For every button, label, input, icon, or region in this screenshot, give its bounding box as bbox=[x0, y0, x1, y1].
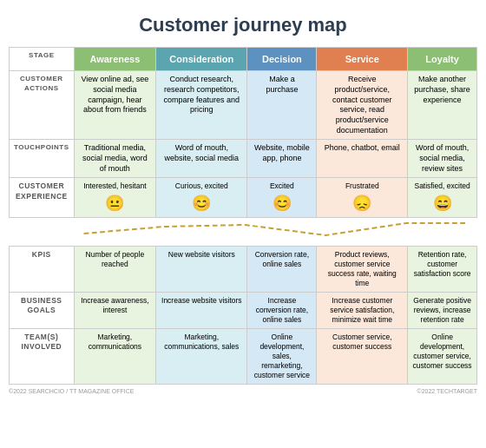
goal-loyalty: Generate positive reviews, increase rete… bbox=[408, 292, 477, 328]
goals-row: BUSINESS GOALS Increase awareness, inter… bbox=[10, 292, 477, 328]
kpi-service: Product reviews, customer service succes… bbox=[317, 246, 408, 292]
journey-line-row bbox=[10, 217, 477, 246]
kpi-loyalty: Retention rate, customer satisfaction sc… bbox=[408, 246, 477, 292]
footer-left: ©2022 SEARCHCIO / TT MAGAZINE OFFICE bbox=[9, 388, 135, 394]
goals-label: BUSINESS GOALS bbox=[10, 292, 75, 328]
teams-row: TEAM(S) INVOLVED Marketing, communicatio… bbox=[10, 328, 477, 384]
experience-row: CUSTOMER EXPERIENCE Interested, hesitant… bbox=[10, 178, 477, 217]
customer-actions-label: CUSTOMER ACTIONS bbox=[10, 71, 75, 140]
actions-service: Receive product/service, contact custome… bbox=[317, 71, 408, 140]
team-loyalty: Online development, customer service, cu… bbox=[408, 328, 477, 384]
exp-decision-content: Excited 😊 bbox=[252, 181, 312, 213]
actions-awareness: View online ad, see social media campaig… bbox=[74, 71, 156, 140]
kpi-decision: Conversion rate, online sales bbox=[247, 246, 317, 292]
journey-line-empty bbox=[10, 217, 75, 246]
page-container: Customer journey map STAGE Awareness Con… bbox=[9, 14, 477, 394]
kpi-awareness: Number of people reached bbox=[74, 246, 156, 292]
smile-very-happy-icon: 😄 bbox=[433, 194, 452, 214]
exp-consideration-content: Curious, excited 😊 bbox=[161, 181, 242, 213]
exp-service-text: Frustrated bbox=[345, 181, 379, 191]
team-awareness: Marketing, communications bbox=[74, 328, 156, 384]
exp-loyalty-content: Satisfied, excited 😄 bbox=[412, 181, 472, 213]
kpis-row: KPIS Number of people reached New websit… bbox=[10, 246, 477, 292]
goal-decision: Increase conversion rate, online sales bbox=[247, 292, 317, 328]
exp-awareness-content: Interested, hesitant 😐 bbox=[79, 181, 152, 213]
exp-decision-text: Excited bbox=[270, 181, 294, 191]
actions-consideration: Conduct research, research competitors, … bbox=[156, 71, 247, 140]
touchpoints-row: TOUCHPOINTS Traditional media, social me… bbox=[10, 140, 477, 178]
touch-service: Phone, chatbot, email bbox=[317, 140, 408, 178]
smile-decision-icon: 😊 bbox=[273, 194, 292, 214]
exp-consideration-text: Curious, excited bbox=[175, 181, 228, 191]
exp-awareness: Interested, hesitant 😐 bbox=[74, 178, 156, 217]
actions-loyalty: Make another purchase, share experience bbox=[408, 71, 477, 140]
goal-consideration: Increase website visitors bbox=[156, 292, 247, 328]
exp-awareness-text: Interested, hesitant bbox=[83, 181, 146, 191]
actions-decision: Make a purchase bbox=[247, 71, 317, 140]
touch-loyalty: Word of mouth, social media, review site… bbox=[408, 140, 477, 178]
smile-happy-icon: 😊 bbox=[192, 194, 211, 214]
exp-loyalty-text: Satisfied, excited bbox=[414, 181, 470, 191]
customer-actions-row: CUSTOMER ACTIONS View online ad, see soc… bbox=[10, 71, 477, 140]
journey-path-svg bbox=[74, 218, 476, 242]
smile-sad-icon: 😞 bbox=[352, 194, 371, 214]
journey-map-table: STAGE Awareness Consideration Decision S… bbox=[9, 47, 477, 385]
footer: ©2022 SEARCHCIO / TT MAGAZINE OFFICE ©20… bbox=[9, 388, 477, 394]
smile-neutral-icon: 😐 bbox=[105, 194, 124, 214]
goal-service: Increase customer service satisfaction, … bbox=[317, 292, 408, 328]
exp-loyalty: Satisfied, excited 😄 bbox=[408, 178, 477, 217]
exp-service-content: Frustrated 😞 bbox=[321, 181, 403, 213]
touch-consideration: Word of mouth, website, social media bbox=[156, 140, 247, 178]
touchpoints-label: TOUCHPOINTS bbox=[10, 140, 75, 178]
page-title: Customer journey map bbox=[9, 14, 477, 36]
decision-header: Decision bbox=[247, 48, 317, 71]
stage-label-header: STAGE bbox=[10, 48, 75, 71]
table-wrapper: STAGE Awareness Consideration Decision S… bbox=[9, 47, 477, 385]
kpi-consideration: New website visitors bbox=[156, 246, 247, 292]
service-header: Service bbox=[317, 48, 408, 71]
goal-awareness: Increase awareness, interest bbox=[74, 292, 156, 328]
consideration-header: Consideration bbox=[156, 48, 247, 71]
loyalty-header: Loyalty bbox=[408, 48, 477, 71]
footer-right: ©2022 TECHTARGET bbox=[417, 388, 477, 394]
team-decision: Online development, sales, remarketing, … bbox=[247, 328, 317, 384]
experience-label: CUSTOMER EXPERIENCE bbox=[10, 178, 75, 217]
team-consideration: Marketing, communications, sales bbox=[156, 328, 247, 384]
touch-awareness: Traditional media, social media, word of… bbox=[74, 140, 156, 178]
exp-decision: Excited 😊 bbox=[247, 178, 317, 217]
exp-consideration: Curious, excited 😊 bbox=[156, 178, 247, 217]
teams-label: TEAM(S) INVOLVED bbox=[10, 328, 75, 384]
kpis-label: KPIS bbox=[10, 246, 75, 292]
touch-decision: Website, mobile app, phone bbox=[247, 140, 317, 178]
exp-service: Frustrated 😞 bbox=[317, 178, 408, 217]
awareness-header: Awareness bbox=[74, 48, 156, 71]
journey-line-cell bbox=[74, 217, 476, 246]
team-service: Customer service, customer success bbox=[317, 328, 408, 384]
